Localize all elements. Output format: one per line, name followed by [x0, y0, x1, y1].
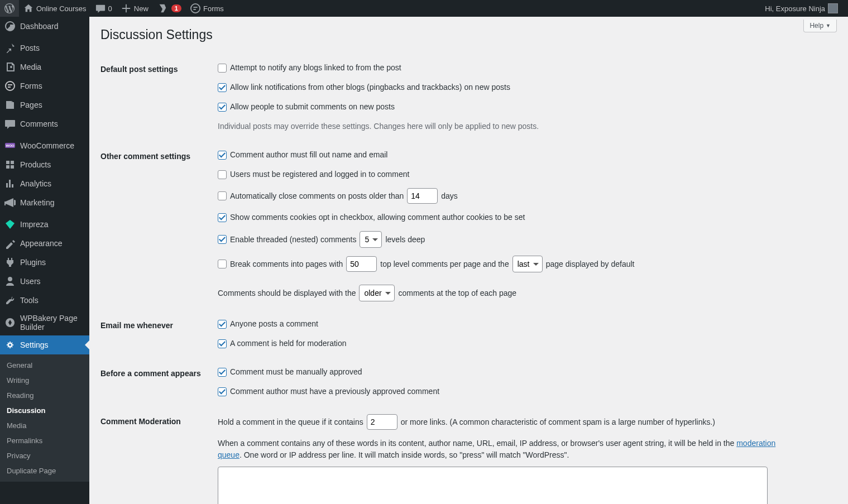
- woo-icon: WOO: [4, 140, 16, 151]
- label-allow-pingbacks: Allow link notifications from other blog…: [230, 81, 510, 93]
- sidebar-item-posts[interactable]: Posts: [0, 39, 89, 57]
- sidebar-item-label: Appearance: [20, 239, 63, 248]
- submenu-privacy[interactable]: Privacy: [0, 448, 89, 463]
- page-title: Discussion Settings: [100, 22, 837, 54]
- sidebar-item-dashboard[interactable]: Dashboard: [0, 17, 89, 36]
- sidebar-item-woocommerce[interactable]: WOO WooCommerce: [0, 136, 89, 155]
- label-hold-pre: Hold a comment in the queue if it contai…: [218, 416, 363, 428]
- moderation-blurb: When a comment contains any of these wor…: [218, 438, 776, 461]
- comment-icon: [95, 3, 106, 13]
- products-icon: [4, 159, 16, 170]
- sidebar-item-label: Settings: [20, 340, 49, 349]
- select-comment-order[interactable]: older: [359, 285, 395, 301]
- checkbox-manual-approve[interactable]: [218, 368, 227, 377]
- sidebar-item-pages[interactable]: Pages: [0, 95, 89, 114]
- checkbox-registered[interactable]: [218, 170, 227, 179]
- label-hold-post: or more links. (A common characteristic …: [401, 416, 715, 428]
- checkbox-previously-approved[interactable]: [218, 387, 227, 396]
- wp-logo-menu[interactable]: [0, 0, 19, 17]
- sidebar-item-label: Users: [20, 277, 41, 286]
- label-break-post: page displayed by default: [546, 258, 635, 270]
- checkbox-auto-close[interactable]: [218, 191, 227, 200]
- plus-icon: [121, 3, 131, 13]
- appearance-icon: [4, 238, 16, 249]
- sidebar-item-comments[interactable]: Comments: [0, 114, 89, 133]
- forms-icon: [190, 3, 200, 13]
- sidebar-item-forms[interactable]: Forms: [0, 76, 89, 95]
- select-threaded-levels[interactable]: 5: [360, 231, 382, 248]
- sidebar-item-appearance[interactable]: Appearance: [0, 234, 89, 253]
- sidebar-item-label: Plugins: [20, 258, 46, 267]
- sidebar-item-tools[interactable]: Tools: [0, 291, 89, 310]
- sidebar-item-settings[interactable]: Settings: [0, 335, 89, 354]
- wordpress-icon: [4, 3, 15, 13]
- label-auto-close-pre: Automatically close comments on posts ol…: [230, 190, 404, 202]
- sidebar-item-label: Dashboard: [20, 22, 59, 31]
- submenu-permalinks[interactable]: Permalinks: [0, 433, 89, 448]
- label-threaded-post: levels deep: [385, 234, 425, 246]
- yoast-badge: 1: [171, 4, 181, 12]
- select-default-page[interactable]: last: [512, 256, 543, 272]
- sidebar-item-media[interactable]: Media: [0, 57, 89, 76]
- checkbox-attempt-notify[interactable]: [218, 64, 227, 73]
- sidebar-item-products[interactable]: Products: [0, 155, 89, 174]
- submenu-discussion[interactable]: Discussion: [0, 403, 89, 418]
- users-icon: [4, 276, 16, 287]
- wpbakery-icon: [4, 317, 16, 328]
- forms-label: Forms: [203, 4, 224, 13]
- forms-menu[interactable]: Forms: [186, 0, 228, 17]
- sidebar-item-label: Tools: [20, 296, 39, 305]
- svg-point-1: [6, 81, 15, 90]
- sidebar-item-label: Media: [20, 63, 41, 71]
- input-per-page[interactable]: [346, 256, 377, 272]
- sidebar-item-analytics[interactable]: Analytics: [0, 174, 89, 193]
- comments-count: 0: [108, 4, 112, 13]
- input-max-links[interactable]: [367, 414, 397, 430]
- admin-sidebar: Dashboard Posts Media Forms Pages Commen…: [0, 17, 89, 504]
- label-fill-name: Comment author must fill out name and em…: [230, 149, 387, 161]
- submenu-media[interactable]: Media: [0, 418, 89, 433]
- input-auto-close-days[interactable]: [407, 188, 438, 204]
- section-heading-before: Before a comment appears: [100, 358, 212, 406]
- help-label: Help: [809, 22, 823, 30]
- section-heading-email: Email me whenever: [100, 310, 212, 358]
- sidebar-item-users[interactable]: Users: [0, 272, 89, 291]
- sidebar-item-label: WPBakery Page Builder: [20, 314, 85, 332]
- submenu-reading[interactable]: Reading: [0, 388, 89, 403]
- help-button[interactable]: Help ▼: [803, 20, 837, 32]
- new-content-menu[interactable]: New: [117, 0, 153, 17]
- marketing-icon: [4, 197, 16, 208]
- tools-icon: [4, 295, 16, 306]
- checkbox-allow-pingbacks[interactable]: [218, 83, 227, 92]
- label-break-pre: Break comments into pages with: [230, 258, 343, 270]
- svg-text:WOO: WOO: [6, 144, 15, 147]
- checkbox-cookies[interactable]: [218, 213, 227, 222]
- section-heading-moderation: Comment Moderation: [100, 406, 212, 504]
- svg-point-0: [191, 4, 200, 13]
- submenu-duplicate[interactable]: Duplicate Page: [0, 463, 89, 478]
- submenu-general[interactable]: General: [0, 358, 89, 373]
- checkbox-anyone-posts[interactable]: [218, 320, 227, 329]
- textarea-moderation-keys[interactable]: [218, 467, 768, 504]
- pages-icon: [4, 99, 16, 111]
- checkbox-allow-comments[interactable]: [218, 103, 227, 112]
- comment-sidebar-icon: [4, 118, 16, 129]
- site-name: Online Courses: [36, 4, 87, 13]
- checkbox-held[interactable]: [218, 339, 227, 348]
- yoast-menu[interactable]: 1: [153, 0, 186, 17]
- sidebar-item-marketing[interactable]: Marketing: [0, 193, 89, 212]
- label-manual-approve: Comment must be manually approved: [230, 366, 362, 378]
- submenu-writing[interactable]: Writing: [0, 373, 89, 388]
- media-icon: [4, 61, 16, 73]
- yoast-icon: [157, 3, 167, 13]
- site-name-menu[interactable]: Online Courses: [19, 0, 91, 17]
- sidebar-item-impreza[interactable]: Impreza: [0, 215, 89, 234]
- checkbox-break-pages[interactable]: [218, 260, 227, 268]
- my-account-menu[interactable]: Hi, Exposure Ninja: [760, 0, 842, 17]
- sidebar-item-plugins[interactable]: Plugins: [0, 253, 89, 272]
- sidebar-item-wpbakery[interactable]: WPBakery Page Builder: [0, 310, 89, 335]
- comments-menu[interactable]: 0: [91, 0, 117, 17]
- home-icon: [23, 3, 33, 13]
- checkbox-threaded[interactable]: [218, 235, 227, 244]
- checkbox-fill-name[interactable]: [218, 151, 227, 160]
